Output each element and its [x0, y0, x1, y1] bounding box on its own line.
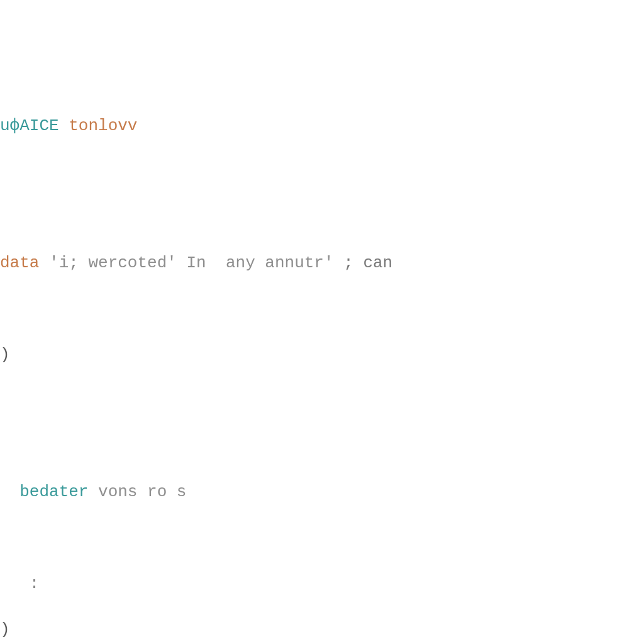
code-line: uфAICE tonlovv	[0, 114, 644, 137]
dots-token: :	[30, 574, 40, 593]
code-line	[0, 435, 644, 457]
text-token: can	[363, 253, 392, 272]
text-token: In	[187, 253, 206, 272]
code-line	[0, 206, 644, 229]
punct-token: ;	[343, 253, 353, 272]
code-line	[0, 526, 644, 549]
code-editor-content[interactable]: uфAICE tonlovv data 'i; wercoted' In any…	[0, 92, 644, 644]
text-token: vons ro s	[98, 482, 186, 501]
paren-token: )	[0, 620, 10, 639]
paren-token: )	[0, 345, 10, 364]
identifier-token: data	[0, 253, 39, 272]
keyword-token: tonlovv	[69, 116, 137, 135]
text-token: wercoted'	[88, 253, 176, 272]
code-line: :	[0, 572, 644, 595]
keyword-token: uфAICE	[0, 116, 59, 135]
code-line: bedater vons ro s	[0, 480, 644, 503]
code-line: data 'i; wercoted' In any annutr' ; can	[0, 252, 644, 274]
code-line	[0, 389, 644, 412]
code-line: )	[0, 618, 644, 641]
code-line	[0, 160, 644, 183]
code-line	[0, 297, 644, 320]
keyword-token: bedater	[19, 482, 88, 501]
text-token: any annutr'	[226, 253, 334, 272]
code-line: )	[0, 343, 644, 366]
string-token: 'i;	[49, 253, 79, 272]
